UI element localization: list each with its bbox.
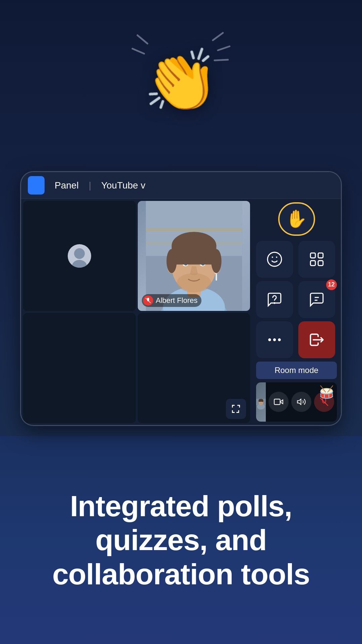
video-cell-3 — [23, 313, 136, 423]
drum-badge: 🥁 — [319, 385, 334, 399]
main-content: Albert Flores ✋ — [21, 199, 341, 425]
question-button[interactable] — [256, 281, 293, 318]
action-grid: 12 — [256, 241, 337, 358]
video-cell-1 — [23, 201, 136, 311]
bottom-video-strip: 🥁 — [256, 382, 337, 422]
avatar-1 — [68, 244, 91, 268]
svg-line-60 — [320, 398, 328, 406]
svg-marker-59 — [297, 399, 301, 405]
svg-rect-50 — [259, 400, 263, 402]
svg-line-1 — [132, 49, 144, 54]
bottom-person-video — [256, 382, 266, 422]
svg-rect-36 — [310, 261, 315, 266]
svg-rect-25 — [216, 274, 217, 281]
mic-off-icon — [143, 296, 153, 306]
svg-point-28 — [166, 249, 177, 273]
svg-rect-34 — [310, 253, 315, 258]
blue-button[interactable] — [28, 176, 45, 195]
headline-text: Integrated polls, quizzes, and collabora… — [20, 489, 342, 591]
bottom-section: Integrated polls, quizzes, and collabora… — [0, 436, 362, 644]
albert-name: Albert Flores — [156, 296, 198, 305]
svg-line-2 — [213, 33, 223, 40]
expand-button[interactable] — [226, 399, 246, 419]
chat-badge: 12 — [326, 279, 337, 290]
emoji-button[interactable] — [256, 241, 293, 278]
svg-line-0 — [137, 35, 147, 44]
raise-hand-button[interactable]: ✋ — [278, 202, 315, 236]
panel-label: Panel — [45, 180, 89, 191]
svg-rect-9 — [146, 228, 242, 231]
more-button[interactable] — [256, 321, 293, 358]
svg-point-6 — [72, 260, 87, 268]
room-mode-label: Room mode — [256, 362, 337, 379]
svg-rect-37 — [318, 261, 323, 266]
video-cell-4 — [138, 313, 250, 423]
exit-button[interactable] — [298, 321, 335, 358]
svg-point-42 — [273, 338, 276, 341]
tablet-section: Panel | YouTube v — [0, 161, 362, 436]
svg-rect-35 — [318, 253, 323, 258]
svg-marker-57 — [280, 400, 283, 404]
chat-button[interactable]: 12 — [298, 281, 335, 318]
albert-label: Albert Flores — [142, 294, 202, 307]
divider: | — [89, 180, 91, 191]
svg-rect-27 — [172, 246, 216, 264]
speaker-ctrl-button[interactable] — [291, 392, 311, 412]
svg-point-29 — [211, 249, 222, 273]
right-panel: ✋ — [252, 199, 341, 425]
svg-rect-58 — [274, 399, 280, 405]
clapping-emoji: 👏 — [143, 50, 219, 111]
raise-hand-emoji: ✋ — [286, 209, 307, 229]
video-ctrl-button[interactable] — [268, 392, 289, 412]
svg-point-55 — [260, 402, 260, 402]
svg-point-41 — [268, 338, 271, 341]
youtube-label: YouTube v — [91, 180, 145, 191]
svg-line-3 — [218, 46, 230, 50]
svg-point-43 — [278, 338, 281, 341]
svg-point-38 — [274, 303, 275, 303]
top-bar: Panel | YouTube v — [21, 172, 341, 199]
svg-point-15 — [177, 273, 211, 292]
svg-point-56 — [262, 402, 262, 402]
tablet-frame: Panel | YouTube v — [20, 171, 342, 426]
video-cell-albert: Albert Flores — [138, 201, 250, 311]
video-grid: Albert Flores — [21, 199, 252, 425]
grid-button[interactable] — [298, 241, 335, 278]
svg-point-5 — [74, 248, 85, 259]
svg-point-31 — [267, 252, 282, 266]
hero-top-section: 👏 — [0, 0, 362, 161]
